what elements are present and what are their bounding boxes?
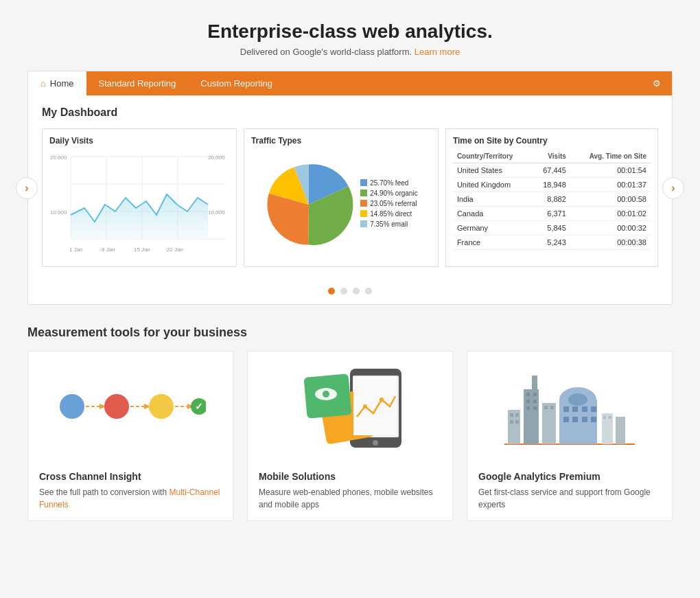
table-cell: 18,948 [532,178,570,192]
nav-custom[interactable]: Custom Reporting [188,71,285,95]
svg-point-60 [568,393,587,406]
home-icon: ⌂ [40,78,46,89]
traffic-types-title: Traffic Types [251,136,431,146]
table-cell: France [453,235,532,250]
dashboard-widget: › › ⌂ Home Standard Reporting Custom Rep… [27,71,673,305]
table-row: India8,88200:00:58 [453,192,651,207]
legend-dot-referral [360,200,367,207]
pie-container: 25.70% feed 24.90% organic 23.05% referr… [251,150,431,260]
svg-text:10,000: 10,000 [50,209,67,216]
table-cell: 8,882 [532,192,570,207]
table-cell: 00:00:32 [570,221,651,235]
dot-1[interactable] [328,288,335,295]
table-row: Germany5,84500:00:32 [453,221,651,235]
country-table: Country/Territory Visits Avg. Time on Si… [453,150,651,250]
svg-rect-70 [616,417,625,444]
svg-rect-49 [526,393,530,396]
svg-point-23 [149,394,174,419]
country-table-panel: Time on Site by Country Country/Territor… [445,128,658,267]
legend-direct: 14.85% direct [360,210,418,218]
svg-text:10,000: 10,000 [208,209,225,216]
svg-point-40 [380,398,384,402]
mobile-title: Mobile Solutions [259,471,441,482]
tool-premium: Google Analytics Premium Get first-class… [467,351,673,521]
premium-desc: Get first-class service and support from… [478,486,661,511]
dot-4[interactable] [365,288,372,295]
table-cell: India [453,192,532,207]
page-title: Enterprise-class web analytics. [14,21,686,43]
premium-title: Google Analytics Premium [478,471,661,482]
cross-channel-info: Cross Channel Insight See the full path … [28,461,233,520]
svg-rect-57 [550,406,554,409]
svg-rect-47 [524,389,539,444]
carousel-left-arrow[interactable]: › [16,177,38,199]
premium-svg [491,355,649,458]
svg-text:20,000: 20,000 [50,154,67,161]
table-row: United States67,44500:01:54 [453,163,651,178]
line-chart: 20,000 10,000 20,000 10,000 [49,150,229,260]
table-row: France5,24300:00:38 [453,235,651,250]
country-table-title: Time on Site by Country [453,136,651,146]
premium-info: Google Analytics Premium Get first-class… [467,461,672,520]
measurement-tools-section: Measurement tools for your business [27,325,673,521]
svg-rect-51 [526,400,530,403]
svg-rect-67 [582,417,587,422]
svg-point-37 [323,391,329,398]
svg-point-30 [373,440,378,446]
svg-rect-45 [510,420,513,424]
dot-2[interactable] [340,288,347,295]
table-cell: 6,371 [532,207,570,221]
mobile-image [248,352,452,461]
table-cell: 00:01:02 [570,207,651,221]
legend-dot-organic [360,189,367,196]
nav-bar: ⌂ Home Standard Reporting Custom Reporti… [28,71,672,95]
section-title: Measurement tools for your business [27,325,673,340]
svg-point-17 [60,394,84,419]
svg-text:20,000: 20,000 [208,154,225,161]
svg-rect-43 [510,413,513,417]
legend-email: 7.35% email [360,220,418,228]
traffic-types-panel: Traffic Types [244,128,439,267]
svg-text:22 Jan: 22 Jan [167,246,183,253]
svg-rect-48 [532,376,537,389]
svg-text:✓: ✓ [195,401,203,412]
svg-point-20 [104,394,129,419]
svg-rect-44 [515,413,519,417]
svg-rect-72 [609,416,611,419]
svg-rect-64 [591,406,596,412]
table-cell: 5,243 [532,235,570,250]
nav-standard[interactable]: Standard Reporting [86,71,189,95]
legend-organic: 24.90% organic [360,189,418,197]
col-visits: Visits [532,150,570,163]
svg-point-39 [363,404,367,409]
carousel-right-arrow[interactable]: › [662,177,684,199]
svg-rect-50 [533,393,537,396]
mobile-info: Mobile Solutions Measure web-enabled pho… [248,461,452,520]
carousel-dots [28,278,672,304]
svg-rect-65 [563,417,569,422]
legend-dot-email [360,220,367,227]
learn-more-link[interactable]: Learn more [415,47,460,57]
mobile-svg [288,355,412,458]
table-cell: United Kingdom [453,178,532,192]
svg-rect-66 [572,417,578,422]
table-cell: 5,845 [532,221,570,235]
dashboard-content: My Dashboard Daily Visits 20,000 [28,95,672,278]
svg-rect-63 [582,406,587,412]
col-country: Country/Territory [453,150,532,163]
legend-referral: 23.05% referral [360,200,418,207]
premium-image [467,352,672,461]
dot-3[interactable] [353,288,360,295]
settings-gear-icon[interactable]: ⚙ [642,71,672,95]
svg-rect-68 [591,417,596,422]
pie-chart-svg [264,160,353,249]
svg-text:15 Jan: 15 Jan [134,246,150,253]
nav-home[interactable]: ⌂ Home [28,71,86,95]
svg-rect-56 [544,406,548,409]
table-cell: 00:00:58 [570,192,651,207]
daily-visits-panel: Daily Visits 20,000 10,000 [42,128,237,267]
legend-feed: 25.70% feed [360,179,418,187]
tools-grid: ✓ Cross Channel Insight See the full pat… [27,351,673,521]
table-row: United Kingdom18,94800:01:37 [453,178,651,192]
cross-channel-title: Cross Channel Insight [39,471,222,482]
